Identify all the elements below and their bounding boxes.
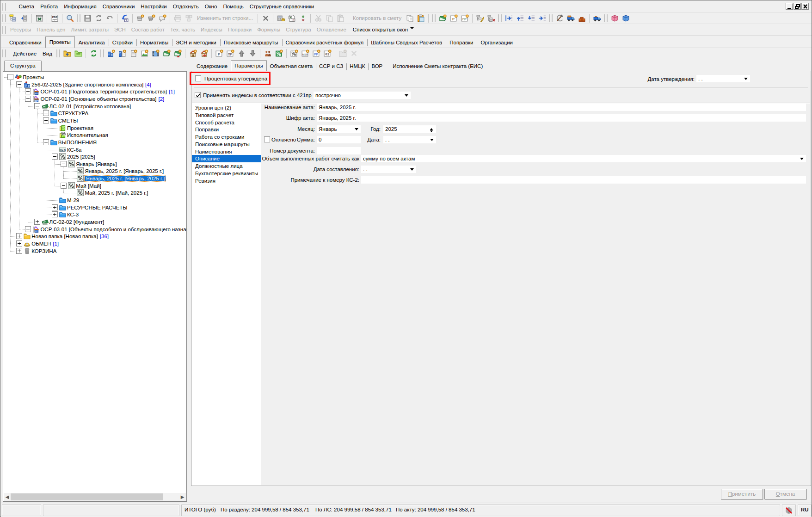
- scroll-right-icon[interactable]: ▶: [179, 493, 186, 501]
- toolbar-gripper[interactable]: [604, 14, 608, 22]
- collapse-icon[interactable]: [34, 103, 40, 109]
- approval-date-combo[interactable]: . .: [696, 75, 750, 82]
- tree-item[interactable]: Январь, 2025 г. [Январь, 2025 г.]: [3, 175, 186, 182]
- menu-1[interactable]: Смета: [16, 1, 37, 12]
- house-arrow-icon[interactable]: [198, 48, 209, 59]
- refresh-green-icon[interactable]: [88, 48, 99, 59]
- scrollbar-thumb[interactable]: [11, 493, 163, 500]
- action-menu-2[interactable]: Вид: [40, 48, 55, 59]
- cancel-button[interactable]: Отмена: [764, 489, 806, 499]
- book-pink-icon[interactable]: [609, 13, 620, 24]
- book-blue-icon[interactable]: [620, 13, 631, 24]
- collapse-icon[interactable]: [52, 154, 58, 160]
- collapse-icon[interactable]: [7, 74, 13, 80]
- menu-9[interactable]: Структурные справочники: [246, 1, 317, 12]
- box-pp-icon[interactable]: РР: [311, 48, 322, 59]
- indices-mode-combo[interactable]: построчно: [314, 92, 411, 99]
- collapse-icon[interactable]: [43, 139, 49, 145]
- x-dark-icon[interactable]: [260, 13, 271, 24]
- main-tab-6[interactable]: ЭСН и методики: [172, 37, 220, 48]
- expand-icon[interactable]: [34, 219, 40, 225]
- calc-coins-icon[interactable]: [275, 13, 286, 24]
- expand-icon[interactable]: [25, 88, 31, 94]
- box-p-icon[interactable]: P: [448, 13, 459, 24]
- tree-item[interactable]: Январь [Январь]: [3, 160, 186, 168]
- right-tab-1[interactable]: Содержание: [193, 62, 231, 71]
- expand-icon[interactable]: [16, 240, 22, 246]
- book-gear-green-icon[interactable]: [437, 13, 448, 24]
- right-tab-7[interactable]: Исполнение Сметы контракта (ЕИС): [389, 62, 486, 71]
- buildings-gear-icon[interactable]: [105, 48, 117, 59]
- tree-item[interactable]: Новая папка [Новая папка][36]: [3, 233, 186, 240]
- toolbar-gripper[interactable]: [77, 14, 80, 22]
- volume-mode-combo[interactable]: сумму по всем актам: [361, 155, 806, 162]
- main-tab-4[interactable]: Стройки: [109, 37, 136, 48]
- tree-item[interactable]: СТРУКТУРА: [3, 110, 186, 117]
- copy-icon[interactable]: [324, 13, 335, 24]
- tree-item[interactable]: КС-6КС-6а: [3, 146, 186, 154]
- magnifier-icon[interactable]: [64, 13, 75, 24]
- apply-indices-checkbox[interactable]: [195, 92, 201, 98]
- expand-icon[interactable]: [52, 204, 58, 210]
- expand-icon[interactable]: [43, 110, 49, 116]
- right-tab-2[interactable]: Параметры: [231, 60, 266, 71]
- category-item-5[interactable]: Работа со строками: [192, 133, 261, 141]
- tree-item[interactable]: Май, 2025 г. [Май, 2025 г.]: [3, 189, 186, 197]
- compile-date-combo[interactable]: . .: [361, 166, 416, 173]
- act-code-input[interactable]: Январь, 2025 г.: [317, 114, 806, 122]
- toolbar-gripper[interactable]: [549, 14, 553, 22]
- restore-button[interactable]: [794, 3, 801, 10]
- minimize-button[interactable]: [786, 3, 793, 10]
- apply-button[interactable]: Применить: [721, 489, 763, 499]
- pdf-icon[interactable]: PDF: [49, 13, 60, 24]
- truck2-icon[interactable]: [591, 13, 603, 24]
- menu-3[interactable]: Информация: [61, 1, 99, 12]
- main-tab-1[interactable]: Справочники: [6, 37, 45, 48]
- main-tab-8[interactable]: Справочник расчётных формул: [282, 37, 368, 48]
- toolbar-gripper[interactable]: [432, 14, 436, 22]
- right-tab-3[interactable]: Объектная смета: [267, 62, 316, 71]
- box-m29-icon[interactable]: М29: [300, 48, 311, 59]
- toolbar-gripper[interactable]: [2, 49, 6, 57]
- tree-item[interactable]: Май [Май]: [3, 182, 186, 190]
- collapse-icon[interactable]: [25, 96, 31, 102]
- date-combo[interactable]: . .: [383, 136, 436, 143]
- collapse-icon[interactable]: [43, 117, 49, 123]
- indent-down-icon[interactable]: [525, 13, 536, 24]
- expand-icon[interactable]: [16, 248, 22, 254]
- arrow-down-gray-icon[interactable]: [247, 48, 258, 59]
- close-button[interactable]: [801, 3, 809, 10]
- tree-item[interactable]: Январь, 2025 г. [Январь, 2025 г.]: [3, 167, 186, 175]
- tree-item[interactable]: ОСР-02-01 [Основные объекты строительств…: [3, 95, 186, 103]
- tree-item[interactable]: КС-3: [3, 211, 186, 218]
- open-windows-dropdown[interactable]: Список открытых окон: [349, 27, 418, 32]
- year-spinner[interactable]: 2025: [383, 125, 436, 133]
- excel-icon[interactable]: [34, 13, 45, 24]
- tree-item[interactable]: РЕСУРСНЫЕ РАСЧЕТЫ: [3, 204, 186, 211]
- main-tab-7[interactable]: Поисковые маршруты: [220, 37, 282, 48]
- hammer-sickle-icon[interactable]: [554, 13, 565, 24]
- main-tab-9[interactable]: Шаблоны Сводных Расчётов: [367, 37, 446, 48]
- house-gear-icon[interactable]: [187, 48, 198, 59]
- box-p-icon[interactable]: P: [214, 48, 225, 59]
- tree-item[interactable]: КОРЗИНА: [3, 247, 186, 255]
- save-icon[interactable]: [82, 13, 93, 24]
- box-fz-icon[interactable]: ФЗ: [322, 48, 333, 59]
- menubar-gripper[interactable]: [2, 3, 6, 11]
- people-gear-icon[interactable]: [262, 48, 273, 59]
- collapse-icon[interactable]: [61, 161, 67, 167]
- sort-updown-icon[interactable]: [297, 13, 308, 24]
- tree-item[interactable]: ОБМЕН[1]: [3, 240, 186, 247]
- undo-icon[interactable]: [104, 13, 115, 24]
- paid-checkbox[interactable]: [264, 136, 270, 142]
- tree-item[interactable]: ВЫПОЛНЕНИЯ: [3, 139, 186, 146]
- box-pct-icon[interactable]: [289, 48, 300, 59]
- paste-orange-icon[interactable]: [415, 13, 426, 24]
- book-arrow-icon[interactable]: [172, 48, 183, 59]
- indent-last-icon[interactable]: [536, 13, 547, 24]
- toolbar-gripper[interactable]: [2, 14, 6, 22]
- main-tab-11[interactable]: Организации: [477, 37, 517, 48]
- tree-item[interactable]: М-29: [3, 197, 186, 204]
- main-tab-5[interactable]: Нормативы: [136, 37, 172, 48]
- collapse-icon[interactable]: [61, 183, 67, 189]
